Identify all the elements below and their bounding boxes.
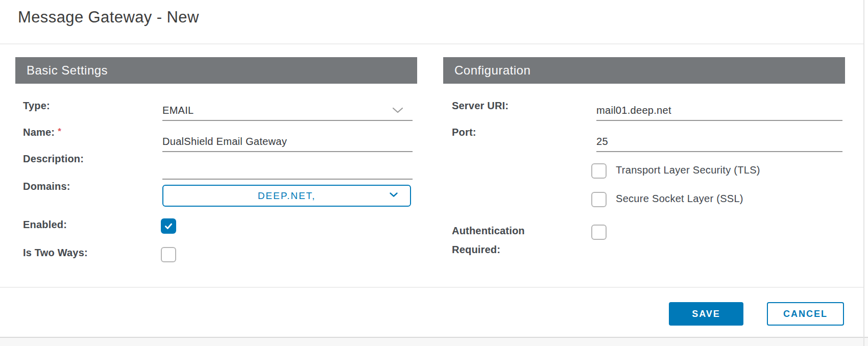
page-title: Message Gateway - New [18, 8, 199, 27]
chevron-down-icon[interactable] [390, 190, 398, 199]
description-label: Description: [23, 153, 84, 165]
domains-value[interactable]: DEEP.NET, [258, 190, 316, 202]
type-select[interactable]: EMAIL [162, 98, 413, 121]
chevron-down-icon[interactable] [392, 106, 403, 115]
right-border [863, 0, 864, 346]
server-uri-value[interactable]: mail01.deep.net [596, 105, 671, 116]
cancel-button[interactable]: CANCEL [767, 302, 844, 326]
port-value[interactable]: 25 [596, 136, 608, 147]
title-divider [0, 43, 864, 44]
authentication-required-label: Authentication Required: [452, 221, 557, 259]
footer-divider [0, 287, 864, 288]
tls-label: Transport Layer Security (TLS) [616, 164, 760, 176]
configuration-header: Configuration [443, 57, 845, 84]
domains-label: Domains: [23, 181, 70, 192]
save-button[interactable]: SAVE [669, 302, 743, 326]
ssl-checkbox[interactable] [591, 192, 607, 207]
port-label: Port: [452, 127, 476, 138]
is-two-ways-label: Is Two Ways: [23, 247, 88, 259]
name-value[interactable]: DualShield Email Gateway [162, 136, 287, 147]
enabled-label: Enabled: [23, 219, 67, 231]
tls-checkbox[interactable] [591, 163, 607, 179]
port-input[interactable]: 25 [596, 129, 842, 152]
required-asterisk: * [58, 127, 61, 136]
enabled-checkbox[interactable] [161, 218, 176, 234]
server-uri-input[interactable]: mail01.deep.net [596, 98, 842, 121]
ssl-label: Secure Socket Layer (SSL) [616, 193, 743, 205]
basic-settings-header-label: Basic Settings [27, 63, 108, 78]
name-label: Name:* [23, 127, 61, 138]
name-input[interactable]: DualShield Email Gateway [162, 129, 413, 152]
message-gateway-dialog: Message Gateway - New Basic Settings Typ… [0, 0, 868, 346]
is-two-ways-checkbox[interactable] [161, 247, 176, 262]
basic-settings-header: Basic Settings [15, 57, 417, 84]
authentication-required-checkbox[interactable] [591, 225, 607, 240]
domains-dropdown[interactable]: DEEP.NET, [162, 185, 411, 207]
checkmark-icon [164, 221, 173, 231]
type-label: Type: [23, 100, 50, 112]
description-input[interactable] [162, 157, 413, 180]
server-uri-label: Server URI: [452, 100, 509, 112]
bottom-strip [0, 337, 868, 346]
configuration-header-label: Configuration [454, 63, 531, 78]
type-value[interactable]: EMAIL [162, 105, 194, 116]
